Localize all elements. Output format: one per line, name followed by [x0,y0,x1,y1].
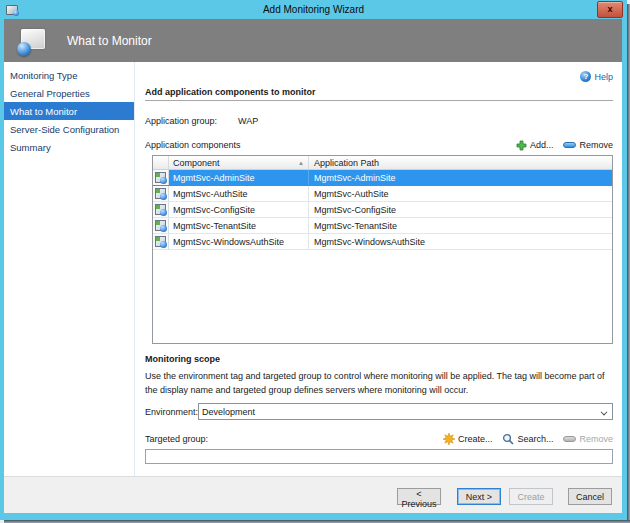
environment-value: Development [202,407,255,417]
wizard-window: Add Monitoring Wizard x What to Monitor … [0,0,627,520]
environment-dropdown[interactable]: Development [198,403,613,420]
cancel-button[interactable]: Cancel [568,488,612,505]
monitoring-scope-description: Use the environment tag and targeted gro… [145,369,613,397]
wizard-page-content: ? Help Add application components to mon… [135,62,622,476]
add-plus-icon [516,140,527,151]
help-label: Help [594,72,613,82]
cell-component: MgmtSvc-AuthSite [169,186,309,201]
cell-application-path: MgmtSvc-AdminSite [309,170,612,185]
add-component-button[interactable]: Add... [516,140,554,151]
screen: Add Monitoring Wizard x What to Monitor … [0,0,630,523]
window-title: Add Monitoring Wizard [0,4,627,15]
create-group-button[interactable]: Create... [443,433,493,445]
cell-application-path: MgmtSvc-TenantSite [309,218,612,233]
monitoring-scope-title: Monitoring scope [145,354,613,364]
monitor-page-icon [17,29,45,53]
help-icon: ? [580,71,591,82]
create-button[interactable]: Create [509,488,553,505]
application-components-label: Application components [145,140,241,150]
site-icon [155,220,166,231]
application-group-value: WAP [238,116,258,126]
sidebar-item-server-side-configuration[interactable]: Server-Side Configuration [4,120,134,138]
wizard-banner: What to Monitor [4,19,622,62]
wizard-button-bar: < Previous Next > Create Cancel [4,476,622,513]
close-icon: x [607,4,612,14]
cell-component: MgmtSvc-TenantSite [169,218,309,233]
cell-component: MgmtSvc-AdminSite [169,170,309,185]
site-icon [155,172,166,183]
environment-label: Environment: [145,407,198,417]
site-icon [155,236,166,247]
site-icon [155,188,166,199]
banner-title: What to Monitor [67,34,152,48]
remove-component-button[interactable]: Remove [563,140,613,150]
cell-application-path: MgmtSvc-WindowsAuthSite [309,234,612,249]
application-group-label: Application group: [145,116,238,126]
cell-component: MgmtSvc-ConfigSite [169,202,309,217]
remove-group-button[interactable]: Remove [563,434,613,444]
application-components-table: Component ▲ Application Path MgmtSvc-Adm… [152,155,613,344]
table-row[interactable]: MgmtSvc-AuthSite MgmtSvc-AuthSite [153,186,612,202]
search-icon [502,433,514,445]
row-header-column [153,156,169,169]
cell-application-path: MgmtSvc-AuthSite [309,186,612,201]
table-row[interactable]: MgmtSvc-AdminSite MgmtSvc-AdminSite [153,170,612,186]
page-title: Add application components to monitor [145,87,613,97]
search-group-button[interactable]: Search... [502,433,553,445]
wizard-steps-sidebar: Monitoring Type General Properties What … [4,62,135,476]
previous-button[interactable]: < Previous [397,488,441,505]
application-group-row: Application group: WAP [145,114,613,127]
next-button[interactable]: Next > [457,488,501,505]
sidebar-item-monitoring-type[interactable]: Monitoring Type [4,66,134,84]
create-star-icon [443,433,455,445]
cell-component: MgmtSvc-WindowsAuthSite [169,234,309,249]
targeted-group-label: Targeted group: [145,434,208,444]
sidebar-item-summary[interactable]: Summary [4,138,134,156]
table-header: Component ▲ Application Path [153,156,612,170]
sort-ascending-icon: ▲ [298,160,304,166]
remove-minus-icon-disabled [563,436,576,442]
targeted-group-input[interactable] [145,449,613,464]
column-header-application-path[interactable]: Application Path [309,156,612,169]
help-link[interactable]: ? Help [145,70,613,83]
table-row[interactable]: MgmtSvc-WindowsAuthSite MgmtSvc-WindowsA… [153,234,612,250]
remove-minus-icon [563,142,576,148]
title-bar: Add Monitoring Wizard x [0,0,627,19]
chevron-down-icon [601,409,608,416]
close-button[interactable]: x [597,1,623,18]
site-icon [155,204,166,215]
table-row[interactable]: MgmtSvc-ConfigSite MgmtSvc-ConfigSite [153,202,612,218]
table-empty-area [153,250,612,343]
sidebar-item-general-properties[interactable]: General Properties [4,84,134,102]
column-header-component[interactable]: Component ▲ [169,156,309,169]
section-divider [145,100,613,101]
cell-application-path: MgmtSvc-ConfigSite [309,202,612,217]
dialog-body: What to Monitor Monitoring Type General … [4,19,622,513]
sidebar-item-what-to-monitor[interactable]: What to Monitor [4,102,134,120]
table-row[interactable]: MgmtSvc-TenantSite MgmtSvc-TenantSite [153,218,612,234]
